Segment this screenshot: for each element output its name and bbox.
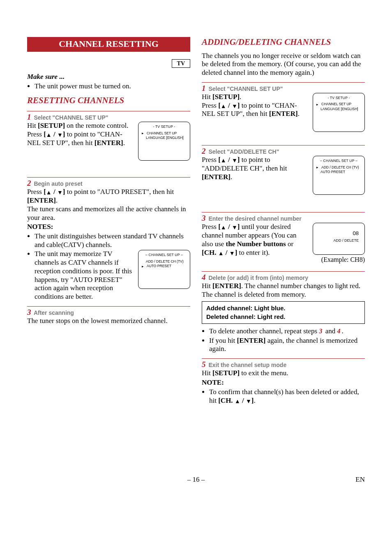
down-triangle-icon: ▼ — [232, 158, 238, 164]
up-triangle-icon: ▲ — [221, 104, 226, 109]
osd-channel-setup-row: CHANNEL SET UP — [316, 102, 361, 106]
page-number: – 16 – — [187, 476, 205, 484]
up-triangle-icon: ▲ — [218, 251, 224, 256]
left-step3-body: The tuner stops on the lowest memorized … — [27, 317, 190, 325]
notes-label: NOTES: — [27, 223, 190, 231]
left-column: CHANNEL RESETTING TV Make sure ... The u… — [27, 37, 190, 410]
right-step4-body: Hit [ENTER]. The channel number changes … — [202, 282, 365, 299]
right-step5-head: 5 Exit the channel setup mode — [202, 360, 365, 369]
osd-channel-setup-menu: – CHANNEL SET UP – ADD / DELETE CH (TV) … — [138, 250, 190, 289]
down-triangle-icon: ▼ — [232, 104, 238, 109]
example-label: (Example: CH8) — [313, 256, 365, 264]
right-step1-head: 1 Select "CHANNEL SET UP" — [202, 83, 365, 93]
right-column: ADDING/DELETING CHANNELS The channels yo… — [202, 37, 365, 410]
osd-add-delete-row: ADD / DELETE CH (TV) — [316, 165, 361, 170]
right-step3-body: Press [▲ / ▼] until your desired channel… — [202, 223, 309, 257]
down-triangle-icon: ▼ — [57, 132, 63, 138]
osd-auto-preset-row: AUTO PRESET — [321, 170, 361, 174]
osd-add-delete-row: ADD / DELETE CH (TV) — [146, 259, 187, 264]
make-sure-list: The unit power must be turned on. — [27, 82, 190, 91]
right-step3-head: 3 Enter the desired channel number — [202, 213, 365, 223]
up-triangle-icon: ▲ — [221, 225, 226, 231]
deleted-channel-line: Deleted channel: Light red. — [206, 313, 360, 321]
make-sure-label: Make sure ... — [27, 73, 190, 81]
left-step1-head: 1 Select "CHANNEL SET UP" — [27, 112, 190, 122]
left-step2-head: 2 Begin auto preset — [27, 178, 190, 188]
page-footer: – 16 – EN — [27, 476, 365, 484]
osd-tv-setup: - TV SETUP - CHANNEL SET UP LANGUAGE [EN… — [138, 122, 190, 161]
osd-auto-preset-row: AUTO PRESET — [142, 264, 187, 268]
step4-bullet: If you hit [ENTER] again, the channel is… — [209, 337, 365, 353]
right-step2-head: 2 Select "ADD/DELETE CH" — [202, 146, 365, 156]
tv-badge: TV — [172, 59, 190, 68]
note-item: The unit may memorize TV channels as CAT… — [35, 250, 190, 301]
down-triangle-icon: ▼ — [229, 251, 235, 256]
right-step4-head: 4 Delete (or add) it from (into) memory — [202, 272, 365, 282]
up-triangle-icon: ▲ — [46, 132, 52, 138]
up-triangle-icon: ▲ — [235, 399, 240, 404]
osd-add-delete-label: ADD / DELETE — [316, 238, 359, 243]
down-triangle-icon: ▼ — [57, 190, 63, 196]
make-sure-item: The unit power must be turned on. — [35, 82, 190, 91]
step4-bullet: To delete another channel, repeat steps … — [209, 327, 365, 336]
resetting-channels-heading: RESETTING CHANNELS — [27, 95, 190, 106]
added-channel-line: Added channel: Light blue. — [206, 304, 360, 312]
lang-code: EN — [355, 476, 365, 484]
osd-channel-number: 08 ADD / DELETE — [313, 223, 365, 255]
left-step1-body: Hit [SETUP] on the remote control. Press… — [27, 122, 135, 147]
up-triangle-icon: ▲ — [46, 190, 52, 196]
right-step5-body: Hit [SETUP] to exit the menu. NOTE: To c… — [202, 369, 365, 405]
step5-note: To confirm that channel(s) has been dele… — [209, 388, 365, 405]
right-step1-body: Hit [SETUP]. Press [▲ / ▼] to point to "… — [202, 93, 309, 118]
osd-channel-setup-menu: – CHANNEL SET UP – ADD / DELETE CH (TV) … — [313, 156, 365, 195]
note-label: NOTE: — [202, 379, 365, 387]
right-step2-body: Press [▲ / ▼] to point to "ADD/DELETE CH… — [202, 156, 309, 181]
color-info-box: Added channel: Light blue. Deleted chann… — [202, 301, 365, 324]
osd-channel-number-value: 08 — [316, 230, 359, 237]
down-triangle-icon: ▼ — [232, 225, 238, 231]
adding-deleting-heading: ADDING/DELETING CHANNELS — [202, 37, 365, 48]
adding-deleting-lead: The channels you no longer receive or se… — [202, 52, 365, 77]
osd-channel-setup-row: CHANNEL SET UP — [142, 131, 187, 136]
osd-tv-setup: - TV SETUP - CHANNEL SET UP LANGUAGE [EN… — [313, 93, 365, 132]
down-triangle-icon: ▼ — [246, 399, 251, 404]
note-item: The unit distinguishes between standard … — [35, 232, 190, 249]
osd-language-row: LANGUAGE [ENGLISH] — [321, 107, 361, 111]
left-step2-body: Press [▲ / ▼] to point to "AUTO PRESET",… — [27, 188, 190, 301]
up-triangle-icon: ▲ — [221, 158, 226, 164]
section-title-chip: CHANNEL RESETTING — [27, 37, 190, 52]
osd-language-row: LANGUAGE [ENGLISH] — [146, 136, 187, 140]
left-step3-head: 3 After scanning — [27, 307, 190, 317]
